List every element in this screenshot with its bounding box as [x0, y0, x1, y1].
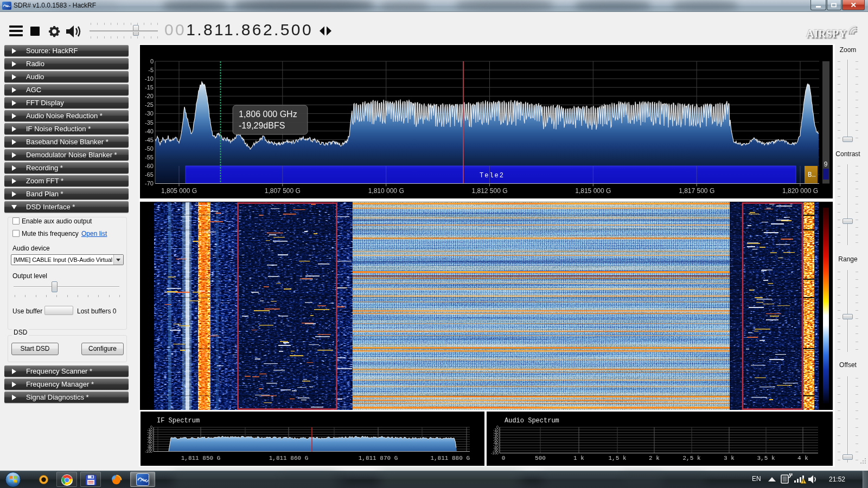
svg-text:3,5 k: 3,5 k [757, 455, 775, 461]
svg-text:1,815 000 G: 1,815 000 G [575, 187, 611, 195]
svg-text:-5: -5 [148, 67, 154, 73]
svg-text:-65: -65 [145, 171, 154, 178]
svg-text:-19,29dBFS: -19,29dBFS [239, 121, 285, 130]
svg-text:1,807 500 G: 1,807 500 G [265, 187, 301, 195]
svg-text:0: 0 [502, 455, 506, 461]
svg-text:1,810 000 G: 1,810 000 G [368, 187, 404, 195]
svg-text:-60: -60 [145, 163, 154, 169]
svg-text:-70: -70 [145, 180, 154, 187]
svg-text:9: 9 [824, 160, 828, 168]
svg-text:1,812 500 G: 1,812 500 G [471, 187, 507, 195]
svg-text:-40: -40 [145, 128, 154, 134]
svg-text:0: 0 [150, 58, 154, 65]
svg-text:-100: -100 [491, 451, 499, 455]
svg-text:3 k: 3 k [724, 455, 735, 461]
svg-text:500: 500 [535, 455, 546, 461]
svg-text:1,820 000 G: 1,820 000 G [782, 187, 818, 195]
svg-text:B…: B… [808, 171, 815, 179]
svg-text:1,817 500 G: 1,817 500 G [679, 187, 714, 195]
svg-text:-55: -55 [145, 154, 154, 160]
svg-text:-20: -20 [145, 93, 154, 99]
svg-text:Audio Spectrum: Audio Spectrum [505, 417, 559, 425]
svg-text:-25: -25 [145, 101, 154, 108]
svg-text:1,811 880 G: 1,811 880 G [430, 455, 470, 461]
svg-text:1,5 k: 1,5 k [608, 455, 626, 461]
svg-text:-100: -100 [145, 450, 152, 453]
svg-text:1,811 850 G: 1,811 850 G [181, 455, 221, 461]
svg-text:2,5 k: 2,5 k [682, 455, 700, 461]
svg-text:1,805 000 G: 1,805 000 G [161, 187, 197, 195]
svg-text:1,811 870 G: 1,811 870 G [359, 455, 398, 461]
svg-text:-30: -30 [145, 110, 154, 117]
svg-text:-50: -50 [145, 145, 154, 152]
svg-text:1 k: 1 k [573, 455, 584, 461]
svg-text:1,806 000 GHz: 1,806 000 GHz [239, 110, 297, 119]
svg-text:Tele2: Tele2 [480, 172, 505, 179]
svg-text:2 k: 2 k [649, 455, 660, 461]
svg-text:4 k: 4 k [797, 455, 808, 461]
svg-text:IF Spectrum: IF Spectrum [157, 417, 200, 425]
svg-text:-45: -45 [145, 137, 154, 143]
svg-text:1,811 860 G: 1,811 860 G [269, 455, 309, 461]
svg-text:-10: -10 [145, 75, 154, 82]
svg-text:-35: -35 [145, 119, 154, 126]
svg-text:-15: -15 [145, 84, 154, 91]
